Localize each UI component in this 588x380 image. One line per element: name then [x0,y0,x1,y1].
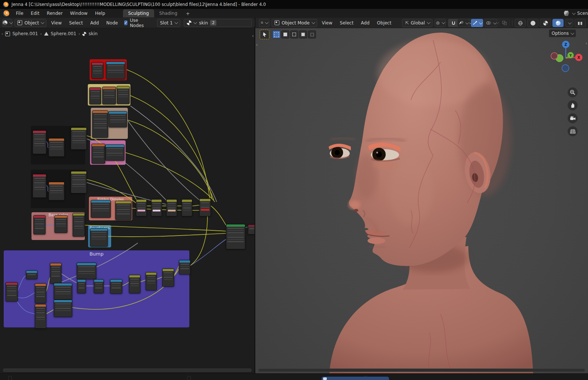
node-canvas[interactable]: Ridden DimplesBase colorRoughnessBump [0,18,255,373]
shader-node[interactable] [77,279,86,293]
show-gizmo-dropdown[interactable] [457,19,469,27]
shader-node[interactable] [77,263,96,279]
vp-menu-view[interactable]: View [319,19,335,27]
navigation-gizmo[interactable]: Z Y X [545,37,586,78]
shader-node[interactable] [179,260,190,274]
breadcrumb-expand-icon[interactable]: › [1,31,3,36]
shader-node[interactable] [54,283,72,300]
shader-node[interactable] [91,200,111,218]
gizmos-toggle[interactable] [471,19,483,27]
shader-node[interactable] [35,304,46,329]
shader-node[interactable] [248,224,255,234]
shader-node[interactable] [33,215,46,234]
shader-node[interactable] [109,111,127,127]
shader-node[interactable] [106,61,125,79]
toolbar-toggle-icon[interactable]: › [256,42,258,47]
select-mode-invert[interactable] [299,30,307,39]
viewport-hscrollbar[interactable] [258,369,585,372]
select-mode-intersect[interactable] [308,30,316,39]
shader-node[interactable] [6,282,18,301]
xray-toggle[interactable] [499,19,510,27]
shader-type-dropdown[interactable]: Object [14,19,46,27]
shader-node[interactable] [105,144,124,161]
shader-node[interactable] [54,215,67,233]
blender-menu-icon[interactable] [3,10,9,17]
pan-button[interactable] [568,100,578,110]
vp-menu-object[interactable]: Object [374,19,394,27]
menu-edit[interactable]: Edit [27,10,43,17]
shader-node[interactable] [33,130,46,154]
gizmo-minus-z-axis[interactable] [562,65,569,72]
node-editor-hscrollbar[interactable] [3,369,252,372]
shader-node[interactable] [92,144,105,164]
gizmo-minus-x-axis[interactable] [551,53,558,59]
active-tool-tweak[interactable] [260,30,269,39]
vp-menu-select[interactable]: Select [337,19,356,27]
material-shield-button-partial[interactable] [254,19,255,27]
shader-node[interactable] [182,199,192,216]
vp-menu-add[interactable]: Add [358,19,372,27]
zoom-button[interactable] [568,87,578,97]
material-slot-dropdown[interactable]: Slot 1 [157,19,180,27]
select-mode-new[interactable] [272,30,280,39]
overlays-dropdown[interactable] [485,19,497,27]
shader-node[interactable] [71,171,87,193]
select-mode-extend[interactable] [281,30,289,39]
shader-node[interactable] [199,199,211,216]
pause-preview-button[interactable]: ▮▮ [575,19,586,27]
shader-node[interactable] [33,174,46,198]
shader-node[interactable] [89,87,101,104]
shader-node[interactable] [94,279,104,293]
shading-wireframe-button[interactable] [515,19,526,27]
material-selector[interactable]: skin 2 [184,19,252,27]
viewport-3d[interactable]: ⌗ Object Mode View Select Add Object ⇱ G… [255,18,588,373]
scene-selector[interactable]: Scen [561,9,588,18]
shading-material-button[interactable] [540,19,551,27]
editor-type-button[interactable] [2,19,12,27]
shader-node[interactable] [115,201,132,220]
shader-node[interactable] [136,199,147,216]
options-button[interactable]: Options [549,29,576,37]
shader-node[interactable] [110,279,122,294]
shader-node[interactable] [151,199,162,216]
select-mode-subtract[interactable] [290,30,298,39]
shader-node[interactable] [162,269,174,287]
shader-node[interactable] [92,110,108,138]
sidebar-toggle-icon[interactable]: ‹ [585,41,587,46]
shader-node[interactable] [226,224,245,249]
shader-menu-node[interactable]: Node [104,19,120,27]
menu-help[interactable]: Help [91,10,109,17]
shading-dropdown[interactable] [565,19,573,27]
shader-menu-add[interactable]: Add [88,19,102,27]
sidebar-toggle-icon[interactable]: ‹ [252,33,254,39]
shading-rendered-button[interactable] [552,19,564,27]
shader-node[interactable] [92,62,103,79]
transform-orientation-dropdown[interactable]: ⇱ Global [402,19,432,27]
mode-dropdown[interactable]: Object Mode [272,19,317,27]
workspace-tab-sculpting[interactable]: Sculpting [123,9,154,17]
shader-node[interactable] [54,300,72,317]
shader-node[interactable] [73,213,85,237]
toggle-orthographic-button[interactable] [568,126,578,136]
menu-window[interactable]: Window [66,10,91,17]
shader-node[interactable] [146,272,157,290]
shader-node[interactable] [117,86,130,104]
shader-node[interactable] [129,275,140,293]
menu-file[interactable]: File [12,10,27,17]
camera-view-button[interactable] [568,113,578,123]
shader-menu-view[interactable]: View [49,19,64,27]
use-nodes-toggle[interactable]: ✓ Use Nodes [124,18,145,28]
shader-node[interactable] [50,263,62,284]
menu-render[interactable]: Render [43,10,66,17]
pivot-point-dropdown[interactable]: ◎ [435,19,446,27]
shader-node[interactable] [26,270,37,279]
shader-node[interactable] [71,127,87,150]
editor-type-button[interactable]: ⌗ [259,19,269,27]
shader-menu-select[interactable]: Select [67,19,86,27]
material-users-count[interactable]: 2 [210,20,216,26]
shader-node[interactable] [49,182,64,200]
shader-node[interactable] [102,87,116,104]
shader-node[interactable] [90,228,108,247]
add-workspace-button[interactable]: + [183,10,193,17]
shader-node[interactable] [49,138,64,157]
